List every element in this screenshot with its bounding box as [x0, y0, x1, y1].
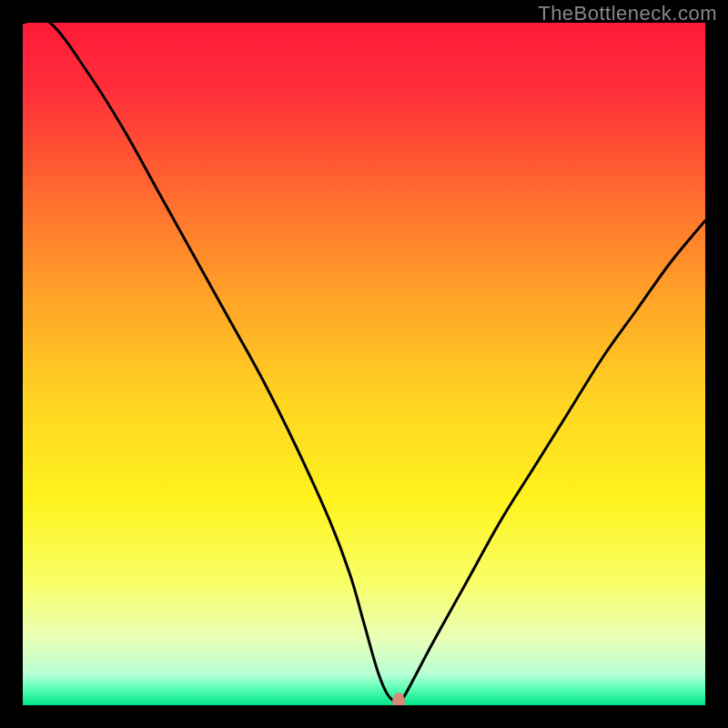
minimum-marker-dot [392, 693, 405, 705]
chart-frame: TheBottleneck.com [0, 0, 728, 728]
bottleneck-curve [23, 23, 705, 705]
watermark-text: TheBottleneck.com [538, 2, 717, 25]
plot-area [23, 23, 705, 705]
